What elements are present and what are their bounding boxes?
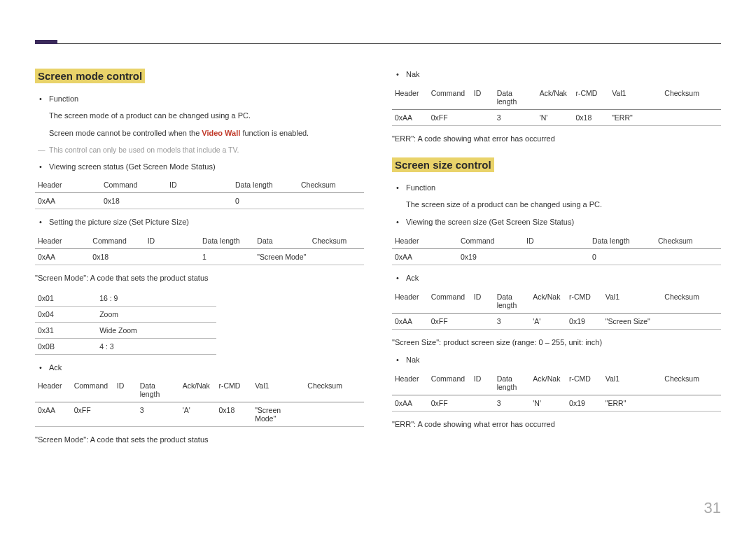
t7-c7: "ERR" <box>603 395 662 411</box>
code-k-3: 0x0B <box>35 338 97 354</box>
t4-h4: Data length <box>494 85 537 110</box>
t5-c1: 0xAA <box>392 248 458 265</box>
t6-h3: ID <box>471 289 494 314</box>
table-row: 0x0116 : 9 <box>35 290 216 307</box>
t5-h2: Command <box>458 233 524 249</box>
t4-h7: Val1 <box>609 85 662 110</box>
t2-h1: Header <box>35 233 90 249</box>
header-accent <box>35 40 57 44</box>
t7-c1: 0xAA <box>392 395 428 411</box>
t7-c2: 0xFF <box>428 395 471 411</box>
t5-c3 <box>524 248 589 265</box>
function2-desc: The screen size of a product can be chan… <box>392 199 721 211</box>
nak2-table: Header Command ID Data length Ack/Nak r-… <box>392 371 721 412</box>
t6-c6: 0x19 <box>566 313 603 329</box>
codes-table: 0x0116 : 9 0x04Zoom 0x31Wide Zoom 0x0B4 … <box>35 290 216 355</box>
t3-c4: 3 <box>137 402 180 427</box>
t2-h2: Command <box>90 233 144 249</box>
t1-c1: 0xAA <box>35 193 101 209</box>
t2-c2: 0x18 <box>90 248 144 265</box>
t6-h4: Data length <box>494 289 531 314</box>
header-rule <box>35 43 721 44</box>
page-number: 31 <box>704 499 721 517</box>
t1-c4: 0 <box>232 193 298 209</box>
t7-h2: Command <box>428 371 471 395</box>
t2-h3: ID <box>145 233 200 249</box>
t3-h6: r-CMD <box>216 378 252 402</box>
func-p2-pre: Screen mode cannot be controlled when th… <box>49 129 202 137</box>
code-v-0: 16 : 9 <box>97 290 216 307</box>
t6-c1: 0xAA <box>392 313 428 329</box>
t2-c5: "Screen Mode" <box>254 248 309 265</box>
t6-c7: "Screen Size" <box>603 313 662 329</box>
get-size-table: Header Command ID Data length Checksum 0… <box>392 233 721 265</box>
t3-h2: Command <box>71 378 114 402</box>
t3-h7: Val1 <box>252 378 304 402</box>
ack-table: Header Command ID Data length Ack/Nak r-… <box>35 378 364 427</box>
setting-size-bullet: Setting the picture size (Set Picture Si… <box>49 216 364 229</box>
get-status-table: Header Command ID Data length Checksum 0… <box>35 177 364 209</box>
t1-h5: Checksum <box>298 177 364 193</box>
t6-h6: r-CMD <box>566 289 603 314</box>
screen-size-heading: Screen size control <box>392 157 494 172</box>
t5-c4: 0 <box>589 248 655 265</box>
table-row: 0xAA 0xFF 3 'A' 0x18 "Screen Mode" <box>35 402 364 427</box>
t1-h2: Command <box>101 177 167 193</box>
t2-h6: Checksum <box>309 233 364 249</box>
t4-c3 <box>471 109 494 125</box>
t7-h7: Val1 <box>603 371 662 395</box>
table-row: 0xAA 0xFF 3 'N' 0x18 "ERR" <box>392 109 721 125</box>
t6-h1: Header <box>392 289 428 314</box>
t1-c5 <box>298 193 364 209</box>
function-bullet: Function <box>49 93 364 106</box>
screen-mode-desc2: "Screen Mode": A code that sets the prod… <box>35 434 364 447</box>
tv-note: This control can only be used on models … <box>35 146 364 154</box>
t4-c1: 0xAA <box>392 109 428 125</box>
t2-c6 <box>309 248 364 265</box>
t1-h1: Header <box>35 177 101 193</box>
table-row: 0x0B4 : 3 <box>35 338 216 354</box>
screen-size-desc: "Screen Size": product screen size (rang… <box>392 337 721 349</box>
code-k-1: 0x04 <box>35 306 97 322</box>
t3-h1: Header <box>35 378 71 402</box>
content-columns: Screen mode control Function The screen … <box>35 69 721 452</box>
t2-c3 <box>145 248 200 265</box>
viewing-size-bullet: Viewing the screen size (Get Screen Size… <box>406 216 721 229</box>
t5-c2: 0x19 <box>458 248 524 265</box>
video-wall-bold: Video Wall <box>202 129 240 137</box>
right-column: Nak Header Command ID Data length Ack/Na… <box>392 69 721 452</box>
t3-h8: Checksum <box>304 378 364 402</box>
t6-c2: 0xFF <box>428 313 471 329</box>
screen-mode-heading: Screen mode control <box>35 69 145 83</box>
ack2-bullet: Ack <box>406 272 721 285</box>
t6-h5: Ack/Nak <box>530 289 566 314</box>
t7-c3 <box>471 395 494 411</box>
code-v-3: 4 : 3 <box>97 338 216 354</box>
table-row: 0xAA 0xFF 3 'A' 0x19 "Screen Size" <box>392 313 721 329</box>
t1-h4: Data length <box>232 177 298 193</box>
nak-table: Header Command ID Data length Ack/Nak r-… <box>392 85 721 126</box>
t1-h3: ID <box>167 177 232 193</box>
t3-c6: 0x18 <box>216 402 252 427</box>
t6-c3 <box>471 313 494 329</box>
t3-c3 <box>114 402 137 427</box>
function2-bullet: Function <box>406 182 721 195</box>
t3-c5: 'A' <box>180 402 216 427</box>
t4-c5: 'N' <box>537 109 573 125</box>
t4-h6: r-CMD <box>573 85 609 110</box>
t6-h7: Val1 <box>603 289 662 314</box>
err2-desc: "ERR": A code showing what error has occ… <box>392 419 721 431</box>
t3-h4: Data length <box>137 378 180 402</box>
t6-c5: 'A' <box>530 313 566 329</box>
nak-bullet: Nak <box>406 69 721 81</box>
table-row: 0xAA 0x18 1 "Screen Mode" <box>35 248 364 265</box>
t7-h5: Ack/Nak <box>530 371 566 395</box>
code-v-1: Zoom <box>97 306 216 322</box>
t4-c8 <box>662 109 721 125</box>
table-row: 0x04Zoom <box>35 306 216 322</box>
t7-c5: 'N' <box>530 395 566 411</box>
t5-c5 <box>655 248 721 265</box>
t4-h5: Ack/Nak <box>537 85 573 110</box>
t1-c3 <box>167 193 232 209</box>
t4-c6: 0x18 <box>573 109 609 125</box>
